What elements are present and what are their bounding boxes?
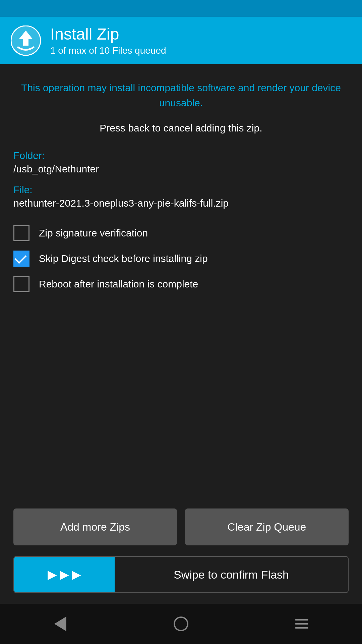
back-triangle-icon — [54, 616, 66, 631]
swipe-bar[interactable]: ▶ ▶ ▶ Swipe to confirm Flash — [13, 556, 349, 593]
folder-value: /usb_otg/Nethunter — [13, 163, 349, 175]
menu-button[interactable] — [288, 610, 315, 637]
skip-digest-checkbox[interactable] — [13, 251, 29, 267]
clear-zip-queue-button[interactable]: Clear Zip Queue — [185, 508, 349, 545]
install-zip-icon — [11, 25, 41, 56]
zip-signature-checkbox[interactable] — [13, 225, 29, 241]
header: Install Zip 1 of max of 10 Files queued — [0, 17, 362, 64]
swipe-arrow-3: ▶ — [72, 568, 81, 582]
main-content: This operation may install incompatible … — [0, 64, 362, 604]
folder-section: Folder: /usb_otg/Nethunter — [13, 150, 349, 175]
press-back-text: Press back to cancel adding this zip. — [13, 122, 349, 134]
status-bar — [0, 0, 362, 17]
home-circle-icon — [174, 616, 188, 631]
checkbox-row-reboot-after: Reboot after installation is complete — [13, 276, 349, 292]
checkbox-row-zip-signature: Zip signature verification — [13, 225, 349, 241]
nav-bar — [0, 604, 362, 644]
skip-digest-label: Skip Digest check before installing zip — [39, 253, 208, 264]
swipe-arrow-1: ▶ — [48, 568, 57, 582]
zip-signature-label: Zip signature verification — [39, 227, 148, 239]
header-subtitle: 1 of max of 10 Files queued — [50, 45, 166, 56]
file-label: File: — [13, 184, 349, 196]
swipe-handle: ▶ ▶ ▶ — [14, 557, 115, 592]
add-more-zips-button[interactable]: Add more Zips — [13, 508, 177, 545]
checkbox-row-skip-digest: Skip Digest check before installing zip — [13, 251, 349, 267]
folder-label: Folder: — [13, 150, 349, 161]
back-button[interactable] — [47, 610, 74, 637]
home-button[interactable] — [168, 610, 194, 637]
swipe-label: Swipe to confirm Flash — [115, 568, 348, 581]
buttons-row: Add more Zips Clear Zip Queue — [13, 508, 349, 545]
reboot-after-checkbox[interactable] — [13, 276, 29, 292]
reboot-after-label: Reboot after installation is complete — [39, 278, 198, 290]
swipe-arrow-2: ▶ — [60, 568, 69, 582]
menu-lines-icon — [295, 619, 308, 629]
file-section: File: nethunter-2021.3-oneplus3-any-pie-… — [13, 184, 349, 209]
header-text: Install Zip 1 of max of 10 Files queued — [50, 25, 166, 56]
warning-text: This operation may install incompatible … — [13, 80, 349, 110]
checkboxes-section: Zip signature verification Skip Digest c… — [13, 225, 349, 292]
header-title: Install Zip — [50, 25, 166, 43]
buttons-area: Add more Zips Clear Zip Queue ▶ ▶ ▶ Swip… — [13, 495, 349, 593]
file-value: nethunter-2021.3-oneplus3-any-pie-kalifs… — [13, 198, 349, 209]
